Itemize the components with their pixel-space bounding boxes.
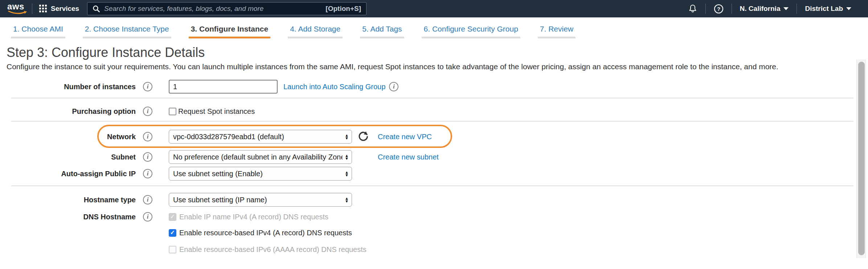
info-icon[interactable]: i <box>143 169 152 178</box>
bell-icon <box>688 4 697 13</box>
services-menu-button[interactable]: Services <box>39 0 79 17</box>
info-icon[interactable]: i <box>143 132 152 141</box>
tab-add-tags[interactable]: 5. Add Tags <box>360 25 404 38</box>
aws-logo-text: aws <box>7 3 29 11</box>
account-label: District Lab <box>805 5 843 13</box>
help-button[interactable]: ? <box>706 0 732 17</box>
info-icon[interactable]: i <box>389 82 398 91</box>
enable-ip-name-ipv4-dns-label: Enable IP name IPv4 (A record) DNS reque… <box>179 213 328 221</box>
select-arrows-icon: ▲▼ <box>345 171 349 177</box>
wizard-step-tabs: 1. Choose AMI 2. Choose Instance Type 3.… <box>0 17 868 38</box>
request-spot-instances-checkbox[interactable] <box>169 108 176 115</box>
auto-assign-public-ip-select-value: Use subnet setting (Enable) <box>173 170 343 178</box>
enable-resource-based-ipv4-dns-label: Enable resource-based IPv4 (A record) DN… <box>179 229 352 237</box>
info-icon[interactable]: i <box>143 212 152 222</box>
hostname-type-label: Hostname type <box>0 196 136 204</box>
aws-logo-swoosh <box>8 11 28 15</box>
enable-ip-name-ipv4-dns-checkbox: ✓ <box>169 213 176 221</box>
select-arrows-icon: ▲▼ <box>345 134 349 140</box>
tab-add-storage[interactable]: 4. Add Storage <box>288 25 343 38</box>
select-arrows-icon: ▲▼ <box>345 154 349 160</box>
services-label: Services <box>51 5 79 13</box>
refresh-icon <box>357 131 369 142</box>
navbar-divider <box>32 3 32 14</box>
create-new-vpc-link[interactable]: Create new VPC <box>378 133 432 141</box>
ec2-launch-wizard-page: aws Services [Option+S] <box>0 0 868 269</box>
tab-configure-instance[interactable]: 3. Configure Instance <box>189 25 271 38</box>
enable-resource-based-ipv4-dns-checkbox[interactable]: ✓ <box>169 229 176 237</box>
section-divider <box>11 121 853 122</box>
tab-choose-instance-type[interactable]: 2. Choose Instance Type <box>83 25 171 38</box>
hostname-type-row: Hostname type i Use subnet setting (IP n… <box>0 193 617 207</box>
subnet-label: Subnet <box>0 153 136 161</box>
console-search-bar[interactable]: [Option+S] <box>87 2 367 15</box>
select-arrows-icon: ▲▼ <box>345 197 349 203</box>
network-select[interactable]: vpc-0d033d287579eabd1 (default) ▲▼ <box>169 130 352 144</box>
subnet-row: Subnet i No preference (default subnet i… <box>0 150 617 164</box>
svg-text:?: ? <box>717 6 720 12</box>
page-description: Configure the instance to suit your requ… <box>7 62 778 71</box>
launch-into-auto-scaling-group-link[interactable]: Launch into Auto Scaling Group <box>283 83 385 91</box>
network-select-value: vpc-0d033d287579eabd1 (default) <box>173 133 343 141</box>
number-of-instances-row: Number of instances i Launch into Auto S… <box>0 80 617 94</box>
create-new-subnet-link[interactable]: Create new subnet <box>378 153 439 161</box>
subnet-select-value: No preference (default subnet in any Ava… <box>173 153 343 161</box>
purchasing-option-row: Purchasing option i Request Spot instanc… <box>0 104 617 118</box>
info-icon[interactable]: i <box>143 107 152 116</box>
aws-logo[interactable]: aws <box>7 3 29 15</box>
page-title: Step 3: Configure Instance Details <box>7 45 205 60</box>
chevron-down-icon <box>783 7 789 10</box>
grid-icon <box>39 5 47 13</box>
dns-hostname-checkbox-row: Enable resource-based IPv6 (AAAA record)… <box>0 243 617 256</box>
hostname-type-select-value: Use subnet setting (IP name) <box>173 196 343 204</box>
info-icon[interactable]: i <box>143 82 152 91</box>
info-icon[interactable]: i <box>143 152 152 162</box>
vertical-scrollbar-thumb[interactable] <box>858 62 865 255</box>
help-icon: ? <box>714 4 724 14</box>
aws-console-navbar: aws Services [Option+S] <box>0 0 868 17</box>
auto-assign-public-ip-select[interactable]: Use subnet setting (Enable) ▲▼ <box>169 167 352 181</box>
enable-resource-based-ipv6-dns-label: Enable resource-based IPv6 (AAAA record)… <box>179 245 367 254</box>
network-row: Network i vpc-0d033d287579eabd1 (default… <box>0 130 617 144</box>
search-keyboard-shortcut: [Option+S] <box>326 5 361 13</box>
region-selector[interactable]: N. California <box>732 0 797 17</box>
tab-configure-security-group[interactable]: 6. Configure Security Group <box>422 25 520 38</box>
instance-count-input[interactable] <box>169 80 278 94</box>
refresh-vpc-button[interactable] <box>357 131 369 142</box>
subnet-select[interactable]: No preference (default subnet in any Ava… <box>169 150 352 164</box>
region-label: N. California <box>740 5 781 13</box>
network-label: Network <box>0 133 136 141</box>
enable-resource-based-ipv6-dns-checkbox <box>169 246 176 253</box>
request-spot-instances-label: Request Spot instances <box>178 107 255 116</box>
vertical-scrollbar-track[interactable] <box>856 59 866 258</box>
tab-review[interactable]: 7. Review <box>538 25 576 38</box>
notifications-button[interactable] <box>680 0 705 17</box>
hostname-type-select[interactable]: Use subnet setting (IP name) ▲▼ <box>169 193 352 207</box>
search-input[interactable] <box>104 5 321 13</box>
account-menu[interactable]: District Lab <box>797 0 859 17</box>
number-of-instances-label: Number of instances <box>0 83 136 91</box>
dns-hostname-row: DNS Hostname i ✓ Enable IP name IPv4 (A … <box>0 210 617 224</box>
dns-hostname-label: DNS Hostname <box>0 213 136 221</box>
auto-assign-public-ip-label: Auto-assign Public IP <box>0 170 136 178</box>
dns-hostname-checkbox-row: ✓ Enable resource-based IPv4 (A record) … <box>0 226 617 240</box>
auto-assign-public-ip-row: Auto-assign Public IP i Use subnet setti… <box>0 167 617 181</box>
navbar-right-cluster: ? N. California District Lab <box>680 0 859 17</box>
search-icon <box>93 5 100 12</box>
section-divider <box>11 98 853 99</box>
tab-choose-ami[interactable]: 1. Choose AMI <box>11 25 65 38</box>
purchasing-option-label: Purchasing option <box>0 107 136 116</box>
chevron-down-icon <box>846 7 851 10</box>
section-divider <box>11 185 853 186</box>
info-icon[interactable]: i <box>143 195 152 204</box>
